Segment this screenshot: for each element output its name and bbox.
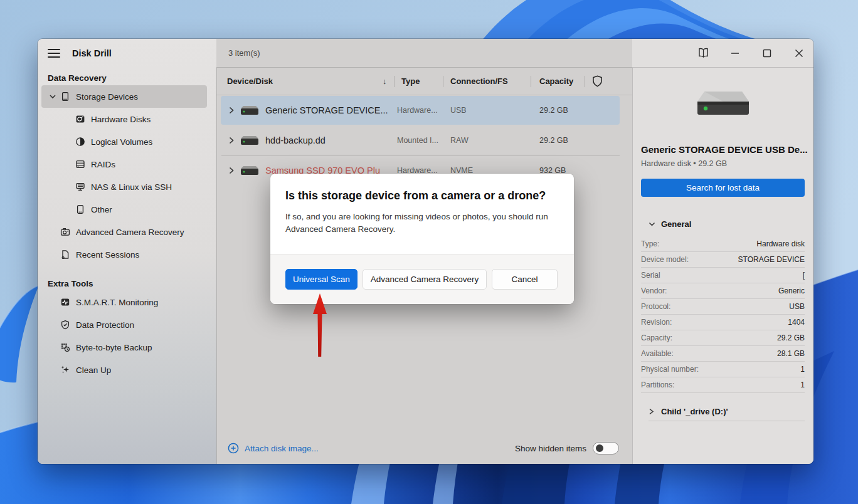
- sidebar-item-label: RAIDs: [91, 160, 115, 169]
- column-separator: [585, 76, 585, 87]
- general-section-header[interactable]: General: [649, 219, 805, 229]
- detail-row: Revision:1404: [641, 315, 805, 330]
- row-expand-chevron-icon[interactable]: [229, 95, 234, 125]
- hardware-disks-icon: [75, 114, 85, 124]
- close-icon[interactable]: [792, 46, 806, 60]
- detail-label: Capacity:: [641, 333, 672, 342]
- sidebar-item-clean-up[interactable]: Clean Up: [41, 359, 207, 381]
- sidebar-item-other[interactable]: Other: [41, 198, 207, 221]
- maximize-icon[interactable]: [760, 46, 774, 60]
- sparkles-icon: [60, 365, 70, 375]
- row-expand-chevron-icon[interactable]: [229, 155, 234, 186]
- detail-label: Physical number:: [641, 365, 699, 374]
- general-section-label: General: [661, 219, 691, 229]
- camera-drone-dialog: Is this storage device from a camera or …: [270, 174, 574, 304]
- detail-row: Vendor:Generic: [641, 283, 805, 299]
- sidebar-item-hardware-disks[interactable]: Hardware Disks: [41, 108, 207, 130]
- column-separator: [531, 76, 531, 87]
- sidebar-item-recent-sessions[interactable]: Recent Sessions: [41, 243, 207, 266]
- sidebar-item-advanced-camera-recovery[interactable]: Advanced Camera Recovery: [41, 221, 207, 243]
- sidebar-item-raids[interactable]: RAIDs: [41, 153, 207, 176]
- sidebar-item-nas-linux-ssh[interactable]: NAS & Linux via SSH: [41, 176, 207, 198]
- hamburger-menu-icon[interactable]: [45, 44, 63, 63]
- dialog-title: Is this storage device from a camera or …: [285, 189, 559, 202]
- detail-row: Available:28.1 GB: [641, 346, 805, 362]
- chevron-right-icon: [649, 408, 654, 415]
- show-hidden-items-toggle[interactable]: [593, 442, 619, 454]
- detail-row: Capacity:29.2 GB: [641, 330, 805, 346]
- detail-label: Protocol:: [641, 302, 670, 311]
- universal-scan-button[interactable]: Universal Scan: [285, 269, 358, 290]
- help-book-icon[interactable]: [696, 46, 710, 60]
- sidebar-item-label: NAS & Linux via SSH: [91, 182, 172, 192]
- protection-shield-icon[interactable]: [592, 68, 603, 95]
- device-subtitle: Hardware disk • 29.2 GB: [641, 159, 805, 168]
- column-header-connection-fs[interactable]: Connection/FS: [450, 68, 508, 95]
- table-row[interactable]: Generic STORAGE DEVICE... Hardware... US…: [216, 95, 632, 125]
- column-header-type[interactable]: Type: [401, 68, 420, 95]
- sidebar: Disk Drill Data Recovery Storage Devices…: [38, 39, 216, 464]
- app-title: Disk Drill: [72, 48, 112, 58]
- detail-row: Physical number:1: [641, 362, 805, 377]
- sidebar-item-label: Recent Sessions: [76, 250, 139, 260]
- chevron-down-icon: [649, 221, 655, 228]
- disk-drive-icon: [240, 155, 259, 186]
- storage-devices-icon: [60, 92, 70, 102]
- byte-backup-icon: [60, 342, 70, 352]
- detail-value: Hardware disk: [756, 239, 805, 248]
- show-hidden-items-label: Show hidden items: [515, 444, 586, 453]
- detail-row: Type:Hardware disk: [641, 236, 805, 252]
- dialog-body: If so, and you are looking for missing v…: [285, 211, 559, 235]
- sidebar-titlebar: Disk Drill: [38, 39, 216, 68]
- sidebar-item-smart-monitoring[interactable]: S.M.A.R.T. Monitoring: [41, 291, 207, 313]
- device-fs: RAW: [450, 125, 469, 155]
- items-count: 3 item(s): [228, 48, 260, 58]
- details-divider: [632, 68, 633, 464]
- sidebar-item-label: Storage Devices: [76, 92, 138, 102]
- column-header-capacity[interactable]: Capacity: [539, 68, 573, 95]
- sidebar-item-data-protection[interactable]: Data Protection: [41, 313, 207, 336]
- advanced-camera-recovery-button[interactable]: Advanced Camera Recovery: [363, 269, 487, 290]
- detail-row: Protocol:USB: [641, 299, 805, 315]
- other-drive-icon: [75, 204, 85, 214]
- sidebar-item-label: Clean Up: [76, 365, 111, 375]
- sort-descending-icon[interactable]: ↓: [383, 68, 387, 95]
- sidebar-item-byte-to-byte-backup[interactable]: Byte-to-byte Backup: [41, 336, 207, 359]
- toggle-knob: [596, 444, 603, 452]
- detail-value: 1: [800, 365, 805, 374]
- sidebar-item-logical-volumes[interactable]: Logical Volumes: [41, 130, 207, 153]
- sidebar-item-label: S.M.A.R.T. Monitoring: [76, 298, 158, 307]
- disk-drive-icon: [240, 125, 259, 155]
- device-name: hdd-backup.dd: [265, 125, 326, 155]
- cancel-button[interactable]: Cancel: [492, 269, 558, 290]
- details-panel: Generic STORAGE DEVICE USB De... Hardwar…: [632, 39, 813, 464]
- annotation-arrow: [310, 291, 330, 361]
- main-titlebar: 3 item(s): [216, 39, 632, 68]
- device-capacity: 29.2 GB: [539, 95, 568, 125]
- minimize-icon[interactable]: [728, 46, 742, 60]
- detail-label: Revision:: [641, 318, 672, 327]
- sidebar-item-label: Byte-to-byte Backup: [76, 343, 152, 352]
- sidebar-item-label: Logical Volumes: [91, 137, 152, 147]
- sidebar-item-storage-devices[interactable]: Storage Devices: [41, 85, 207, 108]
- search-for-lost-data-button[interactable]: Search for lost data: [641, 179, 805, 197]
- column-header-device-disk[interactable]: Device/Disk: [227, 68, 273, 95]
- detail-label: Available:: [641, 349, 674, 358]
- attach-disk-image-button[interactable]: Attach disk image...: [228, 443, 319, 454]
- detail-value: 29.2 GB: [777, 333, 805, 342]
- section-header-data-recovery: Data Recovery: [38, 68, 216, 85]
- detail-value: 1: [800, 381, 805, 389]
- detail-value: 28.1 GB: [777, 349, 805, 358]
- child-drive-section-header[interactable]: Child '_drive (D:)': [649, 402, 805, 421]
- sidebar-item-label: Hardware Disks: [91, 115, 151, 124]
- shield-check-icon: [60, 320, 70, 330]
- detail-label: Serial: [641, 271, 660, 280]
- recent-sessions-icon: [60, 249, 70, 260]
- table-header: Device/Disk ↓ Type Connection/FS Capacit…: [216, 68, 632, 95]
- detail-label: Partitions:: [641, 381, 674, 389]
- table-row[interactable]: hdd-backup.dd Mounted I... RAW 29.2 GB: [216, 125, 632, 155]
- section-header-extra-tools: Extra Tools: [38, 266, 216, 291]
- row-expand-chevron-icon[interactable]: [229, 125, 234, 155]
- raids-icon: [75, 159, 85, 169]
- sidebar-item-label: Other: [91, 205, 112, 214]
